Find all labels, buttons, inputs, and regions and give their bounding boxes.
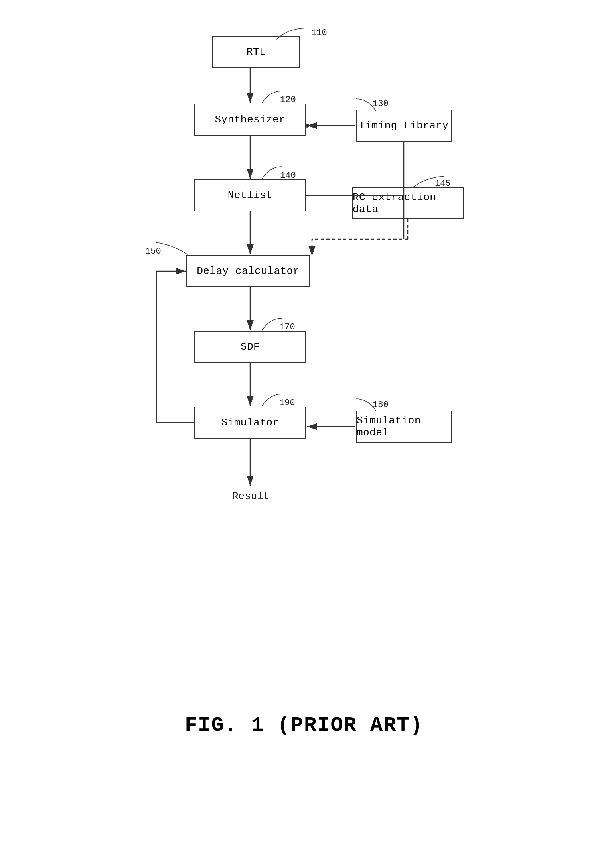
netlist-label: Netlist — [228, 189, 273, 201]
result-label: Result — [232, 490, 270, 502]
diagram: RTL 110 Synthesizer 120 Timing Library 1… — [124, 24, 484, 702]
ref-120-annotation — [262, 91, 294, 107]
page: RTL 110 Synthesizer 120 Timing Library 1… — [0, 0, 608, 868]
synthesizer-label: Synthesizer — [215, 114, 285, 126]
ref-140-annotation — [262, 167, 294, 183]
figure-label: FIG. 1 (PRIOR ART) — [185, 714, 423, 737]
sdf-label: SDF — [241, 341, 260, 353]
ref-180-annotation — [352, 399, 472, 459]
ref-150-annotation — [152, 242, 271, 302]
rtl-label: RTL — [247, 46, 266, 58]
ref-110-annotation — [276, 28, 324, 44]
timing-library-label: Timing Library — [359, 120, 448, 132]
ref-130-annotation — [352, 99, 384, 115]
netlist-box: Netlist — [194, 179, 306, 211]
ref-170-annotation — [262, 318, 382, 378]
synthesizer-box: Synthesizer — [194, 104, 306, 136]
ref-145-annotation — [412, 176, 452, 236]
